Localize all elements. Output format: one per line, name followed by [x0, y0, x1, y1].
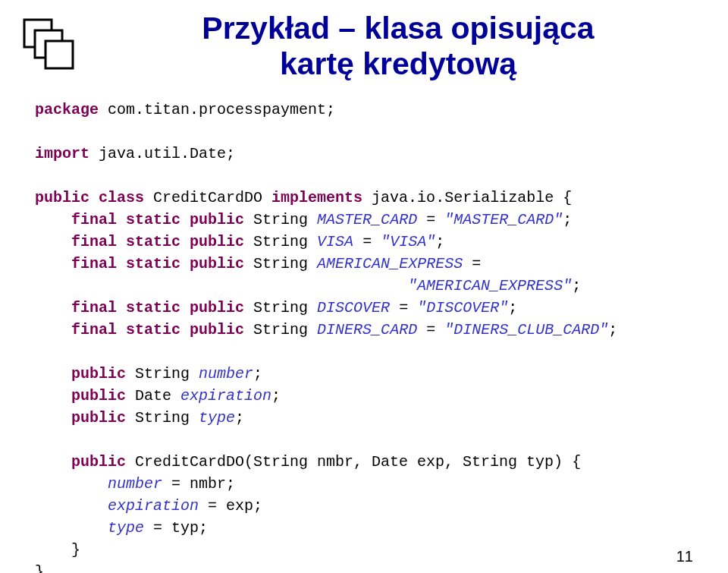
const-diners: DINERS_CARD: [317, 321, 417, 338]
assign-type-lhs: type: [108, 519, 144, 537]
keyword-final: final: [71, 255, 117, 272]
equals: =: [390, 299, 417, 316]
keyword-public: public: [71, 453, 126, 471]
decl-type: String: [244, 299, 317, 316]
keyword-public: public: [71, 409, 126, 427]
decl-type: String: [244, 233, 317, 250]
decl-type: Date: [126, 387, 180, 405]
keyword-static: static: [126, 233, 180, 250]
keyword-final: final: [71, 211, 117, 228]
semicolon: ;: [608, 321, 617, 338]
semicolon: ;: [572, 277, 581, 294]
keyword-public: public: [190, 299, 244, 316]
implements-target: java.io.Serializable {: [362, 189, 572, 206]
indent: [35, 497, 108, 515]
semicolon: ;: [235, 409, 244, 427]
keyword-static: static: [126, 255, 180, 272]
constructor-signature: CreditCardDO(String nmbr, Date exp, Stri…: [126, 453, 581, 471]
keyword-final: final: [71, 233, 117, 250]
title-line-2: kartę kredytową: [280, 46, 516, 81]
assign-number-rhs: = nmbr;: [162, 475, 235, 493]
keyword-public: public: [71, 387, 126, 405]
keyword-public: public: [190, 321, 244, 338]
field-expiration: expiration: [180, 387, 271, 405]
keyword-final: final: [71, 299, 117, 316]
keyword-implements: implements: [271, 189, 362, 206]
assign-expiration-lhs: expiration: [108, 497, 199, 515]
indent: [35, 453, 71, 471]
equals: =: [463, 255, 481, 272]
long-indent: [35, 277, 408, 294]
keyword-public: public: [190, 255, 244, 272]
assign-expiration-rhs: = exp;: [199, 497, 262, 515]
keyword-public: public: [71, 365, 126, 383]
keyword-import: import: [35, 145, 89, 162]
const-visa: VISA: [317, 233, 353, 250]
keyword-public: public: [35, 189, 89, 206]
class-name: CreditCardDO: [144, 189, 271, 206]
str-discover: "DISCOVER": [417, 299, 508, 316]
keyword-static: static: [126, 211, 180, 228]
indent: [35, 475, 108, 493]
equals: =: [417, 321, 444, 338]
semicolon: ;: [271, 387, 281, 405]
keyword-final: final: [71, 321, 117, 338]
import-statement: java.util.Date;: [89, 145, 235, 162]
decl-type: String: [244, 255, 317, 272]
keyword-public: public: [190, 211, 244, 228]
indent: [35, 365, 71, 383]
assign-type-rhs: = typ;: [144, 519, 208, 537]
decl-type: String: [126, 365, 199, 383]
semicolon: ;: [253, 365, 262, 383]
semicolon: ;: [435, 233, 444, 250]
indent: [35, 409, 71, 427]
decl-type: String: [126, 409, 199, 427]
equals: =: [417, 211, 444, 228]
keyword-static: static: [126, 299, 180, 316]
field-number: number: [199, 365, 253, 383]
page-number: 11: [676, 548, 693, 565]
semicolon: ;: [508, 299, 517, 316]
indent: [35, 387, 71, 405]
indent: [35, 519, 108, 537]
indent: [35, 211, 71, 228]
assign-number-lhs: number: [108, 475, 162, 493]
code-block: package com.titan.processpayment; import…: [35, 99, 693, 573]
str-master-card: "MASTER_CARD": [444, 211, 563, 228]
brace-close: }: [35, 563, 44, 573]
str-visa: "VISA": [381, 233, 435, 250]
decl-type: String: [244, 211, 317, 228]
slide-logo-icon: [18, 14, 77, 76]
indent: [35, 233, 71, 250]
str-amex: "AMERICAN_EXPRESS": [408, 277, 572, 294]
keyword-package: package: [35, 101, 99, 118]
keyword-class: class: [99, 189, 144, 206]
package-statement: com.titan.processpayment;: [99, 101, 335, 118]
keyword-public: public: [190, 233, 244, 250]
const-master-card: MASTER_CARD: [317, 211, 417, 228]
field-type: type: [199, 409, 235, 427]
str-diners: "DINERS_CLUB_CARD": [444, 321, 608, 338]
indent: [35, 255, 71, 272]
brace-close: }: [71, 541, 80, 559]
indent: [35, 299, 71, 316]
title-line-1: Przykład – klasa opisująca: [202, 11, 594, 46]
semicolon: ;: [563, 211, 572, 228]
indent: [35, 321, 71, 338]
keyword-static: static: [126, 321, 180, 338]
decl-type: String: [244, 321, 317, 338]
indent: [35, 541, 71, 559]
svg-rect-2: [46, 41, 73, 68]
const-amex: AMERICAN_EXPRESS: [317, 255, 463, 272]
slide-title: Przykład – klasa opisująca kartę kredyto…: [35, 11, 693, 82]
const-discover: DISCOVER: [317, 299, 390, 316]
equals: =: [353, 233, 381, 250]
